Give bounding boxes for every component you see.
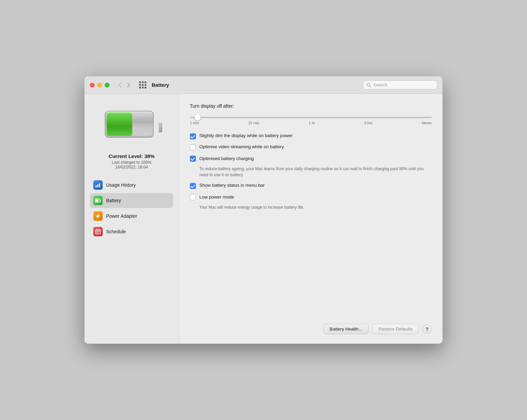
window-title: Battery	[152, 82, 169, 88]
svg-rect-6	[100, 200, 101, 202]
sidebar-item-usage-history[interactable]: Usage History	[90, 178, 173, 192]
checkbox-show-battery[interactable]	[190, 183, 196, 189]
checkbox-low-power[interactable]	[190, 194, 196, 200]
slider-label-never: Never	[422, 121, 432, 125]
search-icon	[367, 83, 371, 87]
option-dim-display: Slightly dim the display while on batter…	[190, 133, 432, 139]
svg-rect-15	[99, 232, 99, 232]
slider-label-3hrs: 3 hrs	[364, 121, 372, 125]
svg-line-1	[370, 85, 371, 87]
option-low-power-desc: Your Mac will reduce energy usage to inc…	[199, 204, 304, 210]
restore-defaults-button[interactable]: Restore Defaults	[372, 324, 419, 334]
checkbox-optimise-video[interactable]	[190, 145, 196, 151]
maximize-button[interactable]	[105, 83, 109, 87]
option-low-power: Low power mode Your Mac will reduce ener…	[190, 194, 432, 210]
option-dim-display-label: Slightly dim the display while on batter…	[199, 133, 293, 138]
sidebar-item-battery[interactable]: Battery	[90, 193, 173, 208]
usage-history-label: Usage History	[106, 182, 136, 188]
usage-history-icon	[93, 180, 103, 190]
forward-button[interactable]	[125, 81, 132, 89]
svg-rect-2	[96, 185, 97, 187]
option-optimised-charging: Optimised battery charging To reduce bat…	[190, 155, 432, 178]
last-charged-label: Last charged to 100%	[109, 160, 155, 165]
titlebar: Battery	[84, 76, 443, 94]
schedule-label: Schedule	[106, 229, 126, 234]
option-show-battery-label: Show battery status in menu bar	[199, 183, 265, 188]
battery-info: Current Level: 38% Last charged to 100% …	[109, 153, 155, 169]
traffic-lights	[90, 83, 109, 87]
sidebar: Current Level: 38% Last charged to 100% …	[84, 94, 179, 344]
sidebar-item-power-adapter[interactable]: Power Adapter	[90, 209, 173, 224]
main-window: Battery Current Level: 38% Last charged …	[84, 76, 443, 344]
option-low-power-label: Low power mode	[199, 194, 234, 200]
slider-label-1hr: 1 hr	[309, 121, 315, 125]
minimize-button[interactable]	[97, 83, 102, 87]
svg-rect-4	[99, 183, 100, 187]
main-content: Current Level: 38% Last charged to 100% …	[84, 94, 443, 344]
battery-illustration	[105, 107, 159, 148]
slider-label-1min: 1 min	[190, 121, 199, 125]
svg-rect-7	[96, 200, 99, 202]
slider-container: 1 min 15 min 1 hr 3 hrs Never	[190, 113, 432, 125]
option-optimise-video: Optimise video streaming while on batter…	[190, 144, 432, 151]
battery-label: Battery	[106, 198, 121, 203]
slider-label-15min: 15 min	[248, 121, 259, 125]
svg-rect-14	[98, 232, 98, 232]
schedule-icon	[93, 227, 103, 236]
option-optimised-charging-top: Optimised battery charging	[190, 155, 254, 162]
option-optimise-video-label: Optimise video streaming while on batter…	[199, 144, 284, 149]
slider-labels: 1 min 15 min 1 hr 3 hrs Never	[190, 121, 432, 125]
search-box[interactable]	[363, 80, 437, 89]
last-charged-date: 18/02/2022, 16:04	[109, 165, 155, 169]
checkbox-optimised-charging[interactable]	[190, 156, 196, 162]
option-low-power-top: Low power mode	[190, 194, 234, 200]
display-timer-slider[interactable]	[190, 117, 432, 118]
power-adapter-label: Power Adapter	[106, 213, 137, 219]
checkbox-dim-display[interactable]	[190, 133, 196, 139]
current-level: Current Level: 38%	[109, 153, 155, 159]
display-label: Turn display off after:	[190, 103, 432, 109]
option-optimised-charging-label: Optimised battery charging	[199, 156, 254, 161]
app-grid-icon[interactable]	[139, 81, 146, 88]
close-button[interactable]	[90, 83, 95, 87]
option-optimised-charging-desc: To reduce battery ageing, your Mac learn…	[199, 166, 432, 178]
help-button[interactable]: ?	[422, 324, 432, 334]
power-adapter-icon	[93, 211, 103, 221]
option-show-battery: Show battery status in menu bar	[190, 183, 432, 189]
back-button[interactable]	[116, 81, 124, 89]
battery-health-button[interactable]: Battery Health...	[323, 324, 369, 334]
nav-buttons	[116, 81, 132, 89]
content-panel: Turn display off after: 1 min 15 min 1 h…	[179, 94, 443, 344]
svg-rect-13	[97, 232, 97, 232]
svg-rect-3	[97, 184, 98, 187]
options-list: Slightly dim the display while on batter…	[190, 133, 432, 210]
sidebar-nav: Usage History Battery	[90, 178, 173, 239]
svg-rect-16	[97, 233, 97, 233]
bottom-bar: Battery Health... Restore Defaults ?	[190, 318, 432, 334]
svg-rect-17	[98, 233, 98, 233]
battery-icon	[93, 196, 103, 205]
search-input[interactable]	[373, 82, 433, 87]
svg-marker-8	[96, 214, 100, 218]
sidebar-item-schedule[interactable]: Schedule	[90, 224, 173, 239]
